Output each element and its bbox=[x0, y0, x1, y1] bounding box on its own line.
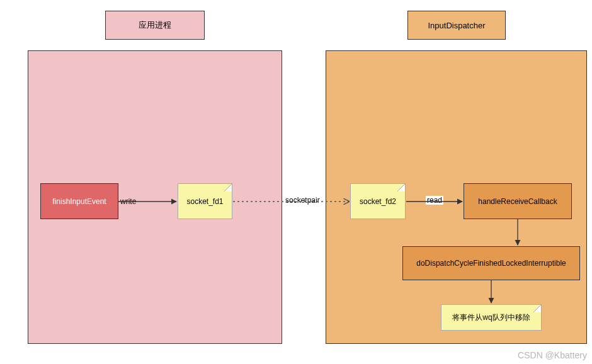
socket-fd1-note: socket_fd1 bbox=[178, 183, 232, 219]
socketpair-label: socketpair bbox=[284, 196, 321, 205]
socket-fd1-label: socket_fd1 bbox=[186, 197, 223, 206]
do-dispatch-cycle-label: doDispatchCycleFinishedLockedInterruptib… bbox=[416, 259, 566, 268]
socket-fd2-label: socket_fd2 bbox=[360, 197, 396, 206]
read-label: read bbox=[426, 196, 443, 205]
write-label: write bbox=[119, 197, 137, 206]
left-header-label: 应用进程 bbox=[139, 20, 171, 31]
remove-wq-note: 将事件从wq队列中移除 bbox=[441, 304, 542, 331]
remove-wq-label: 将事件从wq队列中移除 bbox=[452, 312, 530, 323]
right-header: InputDispatcher bbox=[407, 11, 506, 40]
handle-receive-callback-label: handleReceiveCallback bbox=[478, 197, 557, 206]
finish-input-event-node: finishInputEvent bbox=[40, 183, 118, 219]
finish-input-event-label: finishInputEvent bbox=[52, 197, 106, 206]
watermark: CSDN @Kbattery bbox=[518, 350, 587, 360]
left-header: 应用进程 bbox=[105, 11, 205, 40]
socket-fd2-note: socket_fd2 bbox=[350, 183, 406, 219]
do-dispatch-cycle-node: doDispatchCycleFinishedLockedInterruptib… bbox=[402, 246, 580, 280]
handle-receive-callback-node: handleReceiveCallback bbox=[464, 183, 572, 219]
right-header-label: InputDispatcher bbox=[428, 21, 485, 30]
